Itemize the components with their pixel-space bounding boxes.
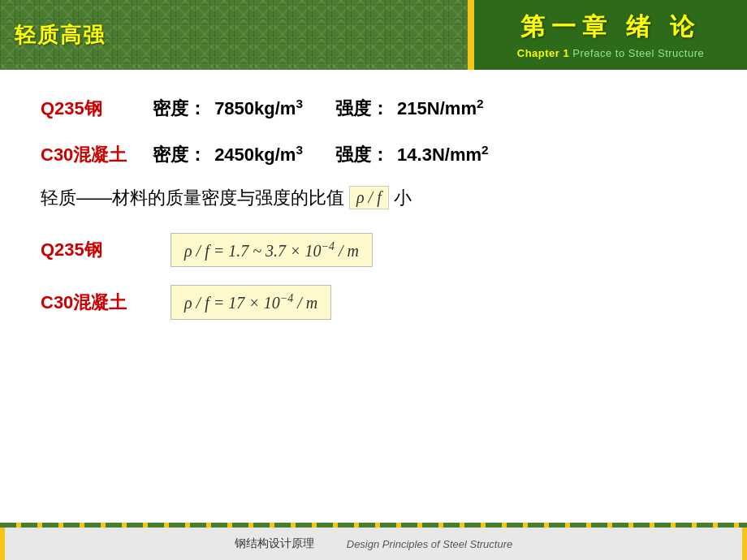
- chapter-title-en: Chapter 1 Preface to Steel Structure: [517, 47, 704, 59]
- material-c30-label: C30混凝土: [41, 144, 127, 165]
- material-name-1: Q235钢: [41, 95, 146, 122]
- main-content: Q235钢 密度： 7850kg/m3 强度： 215N/mm2 C30混凝土 …: [0, 70, 747, 354]
- header-left-label: 轻质高强: [15, 21, 106, 50]
- density-text-1: 密度：: [153, 98, 206, 118]
- formula-material-2: C30混凝土: [41, 291, 171, 315]
- formula-section-2: C30混凝土 ρ / f = 17 × 10−4 / m: [41, 285, 706, 320]
- density-label-1: 密度： 7850kg/m3: [146, 94, 303, 122]
- material-row-2: C30混凝土 密度： 2450kg/m3 强度： 14.3N/mm2: [41, 140, 706, 167]
- formula-box-2: ρ / f = 17 × 10−4 / m: [171, 285, 331, 320]
- material-row-1: Q235钢 密度： 7850kg/m3 强度： 215N/mm2: [41, 94, 706, 122]
- strength-label-1: 强度： 215N/mm2: [303, 94, 484, 122]
- strength-text-2: 强度：: [335, 144, 389, 165]
- strength-text-1: 强度：: [335, 98, 389, 118]
- footer-en-text: Design Principles of Steel Structure: [347, 538, 512, 550]
- chapter-number: Chapter 1: [517, 47, 569, 59]
- footer-zh-text: 钢结构设计原理: [235, 536, 314, 551]
- formula-material-q235: Q235钢: [41, 239, 102, 260]
- formula-material-c30: C30混凝土: [41, 292, 127, 312]
- chapter-title-zh: 第一章 绪 论: [520, 11, 702, 44]
- description-text: 轻质——材料的质量密度与强度的比值: [41, 186, 344, 210]
- header-right: 第一章 绪 论 Chapter 1 Preface to Steel Struc…: [471, 0, 747, 70]
- description-formula: ρ / f: [349, 186, 389, 209]
- formula-box-1: ρ / f = 1.7 ~ 3.7 × 10−4 / m: [171, 233, 373, 268]
- density-label-2: 密度： 2450kg/m3: [146, 140, 303, 167]
- material-q235-label: Q235钢: [41, 98, 102, 118]
- density-text-2: 密度：: [153, 144, 206, 165]
- footer: 钢结构设计原理 Design Principles of Steel Struc…: [0, 528, 747, 560]
- formula-section-1: Q235钢 ρ / f = 1.7 ~ 3.7 × 10−4 / m: [41, 233, 706, 268]
- density-value-2: 2450kg/m3: [214, 144, 303, 165]
- density-value-1: 7850kg/m3: [214, 98, 303, 118]
- strength-value-2: 14.3N/mm2: [397, 144, 489, 165]
- formula-material-1: Q235钢: [41, 238, 171, 262]
- header-accent-bar: [468, 0, 473, 70]
- footer-right-accent: [742, 528, 747, 560]
- strength-value-1: 215N/mm2: [397, 98, 483, 118]
- description-row: 轻质——材料的质量密度与强度的比值 ρ / f 小: [41, 186, 706, 210]
- description-end: 小: [394, 186, 412, 210]
- material-name-2: C30混凝土: [41, 141, 146, 168]
- chapter-en-text: Preface to Steel Structure: [569, 47, 704, 59]
- header: 轻质高强 第一章 绪 论 Chapter 1 Preface to Steel …: [0, 0, 747, 70]
- footer-center: 钢结构设计原理 Design Principles of Steel Struc…: [5, 528, 742, 560]
- strength-label-2: 强度： 14.3N/mm2: [303, 140, 489, 167]
- header-left: 轻质高强: [0, 0, 471, 70]
